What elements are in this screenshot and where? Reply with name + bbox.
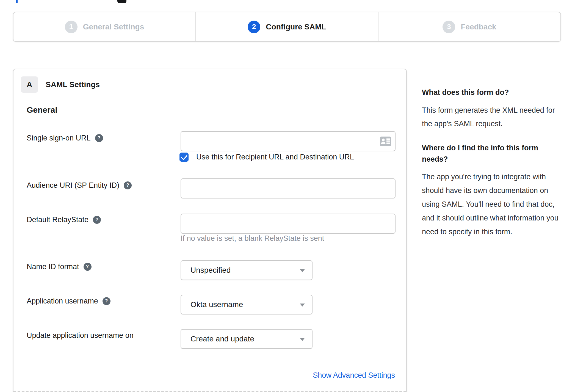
nameid-format-value: Unspecified: [190, 266, 231, 275]
use-for-recipient-checkbox[interactable]: [179, 153, 189, 162]
app-username-select[interactable]: Okta username: [181, 295, 313, 314]
nameid-format-label-text: Name ID format: [27, 262, 79, 272]
group-title-general: General: [27, 105, 57, 115]
relaystate-input[interactable]: [181, 214, 396, 234]
section-dashed-divider: [13, 391, 406, 392]
app-username-help-icon[interactable]: ?: [103, 297, 110, 305]
nameid-format-label: Name ID format ?: [27, 262, 92, 272]
relaystate-label-text: Default RelayState: [27, 215, 89, 225]
use-for-recipient-checkbox-label: Use this for Recipient URL and Destinati…: [196, 153, 354, 162]
nameid-format-select[interactable]: Unspecified: [181, 260, 313, 280]
step-configure-saml[interactable]: 2 Configure SAML: [195, 12, 378, 41]
update-username-select[interactable]: Create and update: [181, 329, 313, 349]
sso-url-input[interactable]: [181, 131, 396, 151]
chevron-down-icon: [300, 303, 305, 307]
step-2-number-icon: 2: [248, 21, 260, 33]
update-username-value: Create and update: [190, 335, 254, 343]
step-general-settings[interactable]: 1 General Settings: [13, 12, 195, 41]
section-title: SAML Settings: [46, 76, 100, 93]
update-username-label-text: Update application username on: [27, 330, 134, 340]
clipped-page-title-remnant: [16, 0, 18, 3]
app-username-label-text: Application username: [27, 296, 98, 306]
step-3-label: Feedback: [461, 23, 496, 31]
audience-uri-label-text: Audience URI (SP Entity ID): [27, 180, 119, 190]
step-1-label: General Settings: [83, 23, 144, 31]
relaystate-hint: If no value is set, a blank RelayState i…: [181, 234, 324, 243]
help-answer-2: The app you're trying to integrate with …: [422, 170, 561, 239]
audience-uri-label: Audience URI (SP Entity ID) ?: [27, 180, 132, 190]
step-3-number-icon: 3: [443, 21, 455, 33]
app-username-value: Okta username: [190, 300, 243, 309]
sso-url-input-wrap: [181, 131, 396, 151]
step-1-number-icon: 1: [65, 21, 78, 33]
saml-settings-card: A SAML Settings General Single sign-on U…: [13, 69, 407, 392]
help-panel: What does this form do? This form genera…: [422, 87, 561, 250]
chevron-down-icon: [300, 338, 305, 341]
step-2-label: Configure SAML: [266, 23, 326, 31]
nameid-format-help-icon[interactable]: ?: [84, 263, 92, 271]
wizard-stepper: 1 General Settings 2 Configure SAML 3 Fe…: [13, 12, 561, 42]
audience-uri-help-icon[interactable]: ?: [124, 181, 132, 189]
help-question-1: What does this form do?: [422, 87, 561, 98]
audience-uri-input[interactable]: [181, 178, 396, 198]
section-a-badge: A: [21, 76, 38, 93]
update-username-label: Update application username on: [27, 330, 134, 340]
sso-url-label-text: Single sign-on URL: [27, 133, 91, 143]
relaystate-label: Default RelayState ?: [27, 215, 101, 225]
help-answer-1: This form generates the XML needed for t…: [422, 104, 561, 131]
relaystate-help-icon[interactable]: ?: [93, 216, 101, 224]
clipped-icon-remnant: [117, 0, 126, 3]
help-question-2: Where do I find the info this form needs…: [422, 142, 561, 165]
step-feedback[interactable]: 3 Feedback: [378, 12, 560, 41]
app-username-label: Application username ?: [27, 296, 110, 306]
show-advanced-settings-link[interactable]: Show Advanced Settings: [313, 371, 395, 380]
contact-card-icon: [380, 136, 391, 146]
chevron-down-icon: [300, 269, 305, 272]
sso-url-label: Single sign-on URL ?: [27, 133, 103, 143]
sso-url-help-icon[interactable]: ?: [95, 134, 103, 142]
